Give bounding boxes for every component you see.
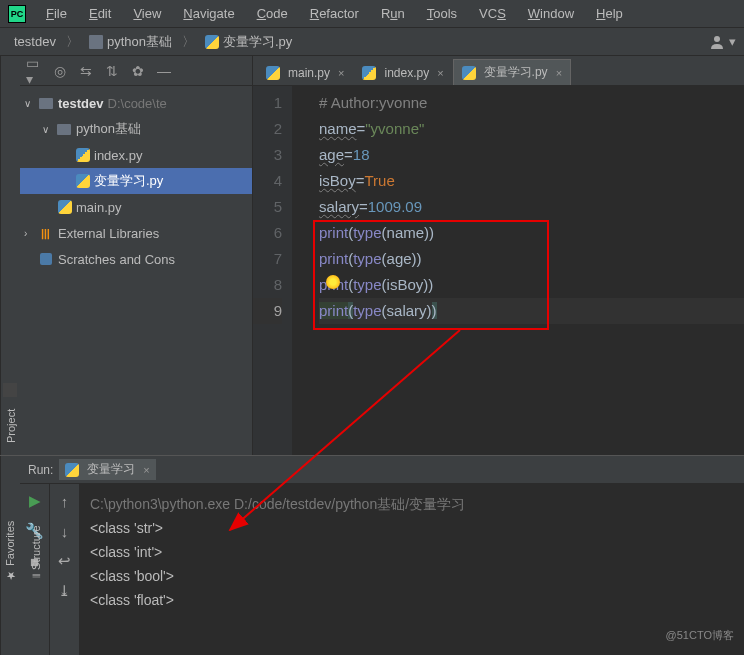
tree-external-libraries[interactable]: › ⫼ External Libraries [20, 220, 252, 246]
python-file-icon [76, 148, 90, 162]
python-file-icon [462, 66, 476, 80]
expand-arrow-icon[interactable]: › [24, 228, 38, 239]
project-panel: ▭ ▾ ◎ ⇆ ⇅ ✿ — ∨ testdev D:\code\te ∨ pyt… [20, 56, 253, 455]
file-name: main.py [76, 200, 122, 215]
scroll-up-button[interactable]: ↑ [56, 492, 74, 510]
line-number: 9 [253, 298, 282, 324]
python-file-icon [76, 174, 90, 188]
run-tab-label: 变量学习 [87, 461, 135, 478]
project-tree: ∨ testdev D:\code\te ∨ python基础 index.py… [20, 86, 252, 276]
close-icon[interactable]: × [143, 464, 149, 476]
breadcrumb-sep: 〉 [182, 33, 195, 51]
breadcrumb: testdev 〉 python基础 〉 变量学习.py [8, 31, 298, 53]
line-number: 6 [253, 220, 282, 246]
project-strip-icon [4, 383, 18, 397]
menu-vcs[interactable]: VCS [469, 3, 516, 24]
run-header: Run: 变量学习 × [20, 456, 744, 484]
menu-edit[interactable]: Edit [79, 3, 121, 24]
close-icon[interactable]: × [437, 67, 443, 79]
editor-tabs: main.py× index.py× 变量学习.py× [253, 56, 744, 86]
breadcrumb-root[interactable]: testdev [8, 32, 62, 51]
menu-window[interactable]: Window [518, 3, 584, 24]
tree-file-index[interactable]: index.py [20, 142, 252, 168]
menu-navigate[interactable]: Navigate [173, 3, 244, 24]
editor-tab-index[interactable]: index.py× [353, 59, 452, 85]
root-name: testdev [58, 96, 104, 111]
settings-icon[interactable]: ✿ [130, 63, 146, 79]
breadcrumb-sep: 〉 [66, 33, 79, 51]
run-panel: ★ Favorites ⫴ Structure Run: 变量学习 × ▶ 🔧 … [0, 455, 744, 655]
file-name: index.py [94, 148, 142, 163]
run-label: Run: [28, 463, 53, 477]
editor-area: main.py× index.py× 变量学习.py× 1 2 3 4 5 6 … [253, 56, 744, 455]
editor-tab-current[interactable]: 变量学习.py× [453, 59, 571, 85]
line-number: 7 [253, 246, 282, 272]
collapse-icon[interactable]: ⇅ [104, 63, 120, 79]
close-icon[interactable]: × [556, 67, 562, 79]
menu-refactor[interactable]: Refactor [300, 3, 369, 24]
menu-view[interactable]: View [123, 3, 171, 24]
tree-scratches[interactable]: Scratches and Cons [20, 246, 252, 272]
expand-arrow-icon[interactable]: ∨ [24, 98, 38, 109]
intention-bulb-icon[interactable] [326, 275, 340, 289]
menu-code[interactable]: Code [247, 3, 298, 24]
scroll-end-button[interactable]: ⤓ [56, 582, 74, 600]
line-number: 8 [253, 272, 282, 298]
expand-arrow-icon[interactable]: ∨ [42, 124, 56, 135]
library-icon: ⫼ [38, 225, 54, 241]
tree-folder[interactable]: ∨ python基础 [20, 116, 252, 142]
python-file-icon [205, 35, 219, 49]
dropdown-icon: ▾ [729, 34, 736, 49]
tab-label: main.py [288, 66, 330, 80]
python-file-icon [362, 66, 376, 80]
scroll-down-button[interactable]: ↓ [56, 522, 74, 540]
python-file-icon [266, 66, 280, 80]
code-editor[interactable]: 1 2 3 4 5 6 7 8 9 # Author:yvonne name="… [253, 86, 744, 455]
soft-wrap-button[interactable]: ↩ [56, 552, 74, 570]
run-button[interactable]: ▶ [26, 492, 44, 510]
run-config-tab[interactable]: 变量学习 × [59, 459, 155, 480]
folder-name: python基础 [76, 120, 141, 138]
structure-tool-tab[interactable]: ⫴ Structure [28, 521, 44, 582]
line-number: 5 [253, 194, 282, 220]
scratch-label: Scratches and Cons [58, 252, 175, 267]
nav-bar: testdev 〉 python基础 〉 变量学习.py ▾ [0, 28, 744, 56]
user-menu[interactable]: ▾ [709, 34, 736, 50]
line-number: 3 [253, 142, 282, 168]
menu-bar: PC File Edit View Navigate Code Refactor… [0, 0, 744, 28]
view-mode-dropdown[interactable]: ▭ ▾ [26, 63, 42, 79]
menu-file[interactable]: File [36, 3, 77, 24]
folder-icon [89, 35, 103, 49]
tab-label: index.py [384, 66, 429, 80]
run-toolbar-secondary: ↑ ↓ ↩ ⤓ [50, 484, 80, 655]
python-file-icon [65, 463, 79, 477]
code-content[interactable]: # Author:yvonne name="yvonne" age=18 isB… [293, 86, 744, 455]
python-file-icon [58, 200, 72, 214]
project-tool-tab[interactable]: Project [3, 405, 19, 447]
user-icon [709, 34, 725, 50]
editor-tab-main[interactable]: main.py× [257, 59, 353, 85]
hide-icon[interactable]: — [156, 63, 172, 79]
line-number: 1 [253, 90, 282, 116]
favorites-tool-tab[interactable]: ★ Favorites [1, 517, 18, 586]
menu-help[interactable]: Help [586, 3, 633, 24]
svg-point-0 [714, 36, 720, 42]
breadcrumb-folder[interactable]: python基础 [83, 31, 178, 53]
line-number: 4 [253, 168, 282, 194]
tree-file-main[interactable]: main.py [20, 194, 252, 220]
tree-file-current[interactable]: 变量学习.py [20, 168, 252, 194]
ext-lib-label: External Libraries [58, 226, 159, 241]
folder-icon [38, 95, 54, 111]
watermark: @51CTO博客 [666, 628, 734, 643]
menu-tools[interactable]: Tools [417, 3, 467, 24]
run-output[interactable]: C:\python3\python.exe D:/code/testdev/py… [80, 484, 744, 655]
run-left-strip: ★ Favorites ⫴ Structure [0, 456, 20, 655]
menu-run[interactable]: Run [371, 3, 415, 24]
tree-project-root[interactable]: ∨ testdev D:\code\te [20, 90, 252, 116]
breadcrumb-file[interactable]: 变量学习.py [199, 31, 298, 53]
project-toolbar: ▭ ▾ ◎ ⇆ ⇅ ✿ — [20, 56, 252, 86]
target-icon[interactable]: ◎ [52, 63, 68, 79]
left-tool-strip: Project [0, 56, 20, 455]
expand-icon[interactable]: ⇆ [78, 63, 94, 79]
close-icon[interactable]: × [338, 67, 344, 79]
